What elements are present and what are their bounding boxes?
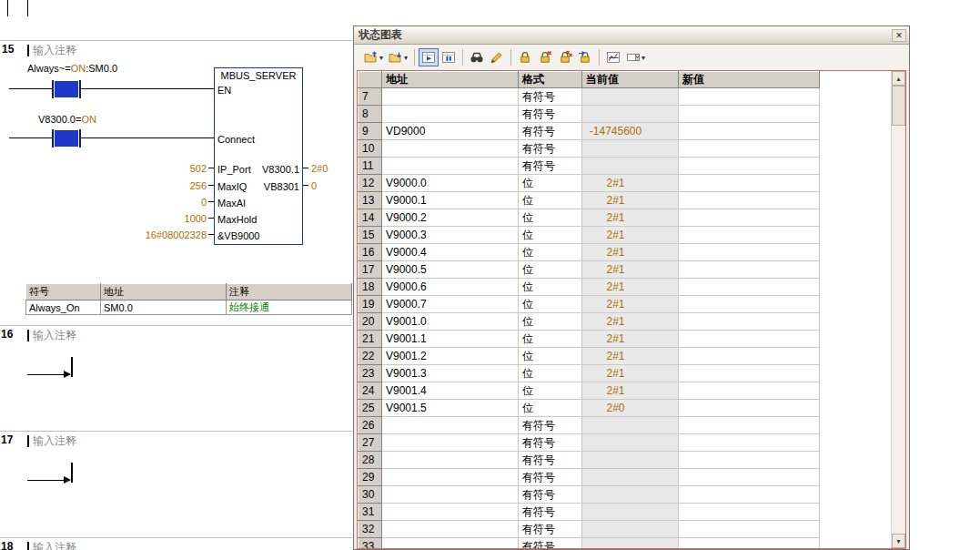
sort-ascending-button[interactable]: ▾ (361, 48, 386, 66)
format-cell[interactable]: 位 (519, 400, 582, 417)
address-cell[interactable]: V9000.1 (382, 192, 519, 209)
read-all-button[interactable] (467, 48, 487, 66)
scrollbar-thumb[interactable] (892, 86, 905, 126)
current-value-cell[interactable]: 2#1 (582, 331, 679, 348)
sort-descending-button[interactable]: ▾ (386, 48, 410, 66)
new-value-cell[interactable] (679, 417, 820, 434)
format-cell[interactable]: 有符号 (519, 452, 582, 469)
address-cell[interactable] (382, 538, 519, 550)
dropdown-arrow-icon[interactable]: ▾ (404, 54, 408, 62)
new-value-cell[interactable] (679, 227, 820, 244)
address-cell[interactable] (382, 452, 519, 469)
row-number-cell[interactable]: 22 (359, 348, 382, 365)
current-value-cell[interactable] (582, 538, 679, 550)
current-value-cell[interactable] (582, 106, 679, 123)
new-value-cell[interactable] (679, 365, 820, 382)
symtab-symbol-cell[interactable]: Always_On (26, 300, 101, 315)
address-cell[interactable] (382, 106, 519, 123)
row-number-cell[interactable]: 15 (359, 227, 382, 244)
address-combo-button[interactable]: ▾ (623, 48, 648, 66)
new-value-cell[interactable] (679, 106, 820, 123)
new-value-cell[interactable] (679, 504, 820, 521)
format-cell[interactable]: 位 (519, 192, 582, 209)
network-title[interactable]: 输入注释 (33, 540, 76, 550)
format-cell[interactable]: 位 (519, 313, 582, 331)
new-value-cell[interactable] (679, 521, 820, 538)
address-cell[interactable]: V9001.2 (382, 348, 519, 365)
row-number-cell[interactable]: 27 (359, 434, 382, 452)
scroll-up-button[interactable]: ▲ (892, 71, 905, 86)
current-value-cell[interactable] (582, 521, 679, 538)
format-cell[interactable]: 有符号 (519, 158, 582, 175)
current-value-cell[interactable]: 2#1 (582, 209, 679, 227)
new-value-cell[interactable] (679, 192, 820, 209)
close-button[interactable]: × (892, 29, 906, 42)
row-number-cell[interactable]: 26 (359, 417, 382, 434)
address-cell[interactable] (382, 504, 519, 521)
new-value-cell[interactable] (679, 279, 820, 296)
window-titlebar[interactable]: 状态图表 (354, 26, 909, 45)
normally-open-contact[interactable] (55, 81, 78, 97)
mbus-server-box[interactable]: MBUS_SERVER EN Connect IP_Port MaxIQ Max… (214, 67, 303, 245)
format-cell[interactable]: 有符号 (519, 88, 582, 106)
format-cell[interactable]: 位 (519, 279, 582, 296)
address-cell[interactable] (382, 140, 519, 158)
format-cell[interactable]: 有符号 (519, 469, 582, 486)
input-value[interactable]: 1000 (152, 213, 207, 224)
address-cell[interactable] (382, 88, 519, 106)
new-value-cell[interactable] (679, 296, 820, 313)
chart-status-on-button[interactable] (419, 48, 439, 66)
row-number-cell[interactable]: 32 (359, 521, 382, 538)
new-value-cell[interactable] (679, 175, 820, 192)
row-number-cell[interactable]: 10 (359, 140, 382, 158)
current-value-cell[interactable]: 2#1 (582, 348, 679, 365)
new-value-cell[interactable] (679, 123, 820, 140)
format-cell[interactable]: 位 (519, 348, 582, 365)
new-value-cell[interactable] (679, 382, 820, 400)
address-cell[interactable] (382, 434, 519, 452)
new-value-cell[interactable] (679, 158, 820, 175)
chart-status-pause-button[interactable] (439, 48, 459, 66)
current-value-cell[interactable]: 2#1 (582, 227, 679, 244)
current-value-cell[interactable]: 2#1 (582, 192, 679, 209)
input-value[interactable]: 16#08002328 (134, 229, 207, 240)
current-value-cell[interactable]: 2#1 (582, 296, 679, 313)
address-cell[interactable]: V9001.3 (382, 365, 519, 382)
address-cell[interactable]: V9001.0 (382, 313, 519, 331)
network-title[interactable]: 输入注释 (33, 433, 76, 449)
format-cell[interactable]: 有符号 (519, 123, 582, 140)
input-value[interactable]: 256 (152, 180, 207, 191)
format-cell[interactable]: 位 (519, 365, 582, 382)
normally-open-contact[interactable] (55, 130, 78, 147)
address-cell[interactable]: V9000.0 (382, 175, 519, 192)
row-number-cell[interactable]: 25 (359, 400, 382, 417)
current-value-cell[interactable]: 2#1 (582, 261, 679, 279)
format-cell[interactable]: 有符号 (519, 140, 582, 158)
current-value-cell[interactable] (582, 158, 679, 175)
format-cell[interactable]: 位 (519, 227, 582, 244)
new-value-cell[interactable] (679, 348, 820, 365)
address-cell[interactable] (382, 158, 519, 175)
force-button[interactable] (515, 48, 535, 66)
row-number-cell[interactable]: 20 (359, 313, 382, 331)
unforce-button[interactable] (535, 48, 555, 66)
row-number-cell[interactable]: 11 (359, 158, 382, 175)
row-number-cell[interactable]: 7 (359, 88, 382, 106)
current-value-cell[interactable] (582, 434, 679, 452)
address-cell[interactable]: V9000.6 (382, 279, 519, 296)
new-value-cell[interactable] (679, 88, 820, 106)
format-cell[interactable]: 位 (519, 382, 582, 400)
row-number-cell[interactable]: 9 (359, 123, 382, 140)
address-cell[interactable]: V9001.1 (382, 331, 519, 348)
new-value-cell[interactable] (679, 538, 820, 550)
col-header-new[interactable]: 新值 (679, 72, 820, 88)
format-cell[interactable]: 有符号 (519, 504, 582, 521)
current-value-cell[interactable]: 2#1 (582, 175, 679, 192)
format-cell[interactable]: 位 (519, 331, 582, 348)
format-cell[interactable]: 有符号 (519, 521, 582, 538)
address-cell[interactable] (382, 521, 519, 538)
format-cell[interactable]: 位 (519, 244, 582, 261)
format-cell[interactable]: 位 (519, 296, 582, 313)
col-header-format[interactable]: 格式 (519, 72, 582, 88)
scroll-down-button[interactable]: ▼ (892, 534, 905, 548)
